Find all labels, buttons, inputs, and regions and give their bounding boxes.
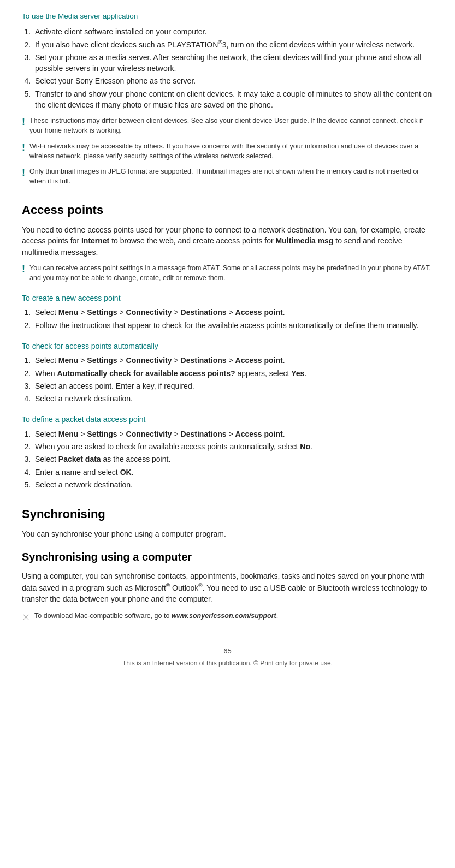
define-packet-steps: Select Menu > Settings > Connectivity > … bbox=[33, 429, 433, 490]
sync-computer-text: Using a computer, you can synchronise co… bbox=[22, 570, 433, 604]
access-points-heading: Access points bbox=[22, 201, 433, 219]
list-item: Select Menu > Settings > Connectivity > … bbox=[33, 355, 433, 366]
page-footer: 65 This is an Internet version of this p… bbox=[22, 646, 433, 668]
footer-text: This is an Internet version of this publ… bbox=[22, 659, 433, 668]
list-item: When you are asked to check for availabl… bbox=[33, 441, 433, 452]
access-points-intro: You need to define access points used fo… bbox=[22, 224, 433, 258]
sync-computer-heading: Synchronising using a computer bbox=[22, 549, 433, 565]
create-new-heading: To create a new access point bbox=[22, 293, 433, 304]
create-new-steps: Select Menu > Settings > Connectivity > … bbox=[33, 307, 433, 331]
check-auto-steps: Select Menu > Settings > Connectivity > … bbox=[33, 355, 433, 404]
media-server-heading: To use the Media server application bbox=[22, 11, 433, 22]
sync-tip-block: ✳ To download Mac-compatible software, g… bbox=[22, 611, 433, 625]
list-item: When Automatically check for available a… bbox=[33, 368, 433, 379]
tip-icon: ✳ bbox=[22, 610, 30, 625]
media-server-steps: Activate client software installed on yo… bbox=[33, 26, 433, 111]
synchronising-section: Synchronising You can synchronise your p… bbox=[22, 506, 433, 625]
list-item: Enter a name and select OK. bbox=[33, 467, 433, 478]
list-item: Select a network destination. bbox=[33, 479, 433, 490]
define-packet-heading: To define a packet data access point bbox=[22, 414, 433, 425]
note-block-2: ! Wi-Fi networks may be accessible by ot… bbox=[22, 141, 433, 161]
note-icon-3: ! bbox=[22, 167, 25, 179]
note-text-3: Only thumbnail images in JPEG format are… bbox=[29, 167, 433, 186]
list-item: Select an access point. Enter a key, if … bbox=[33, 381, 433, 391]
access-points-section: Access points You need to define access … bbox=[22, 201, 433, 490]
list-item: Activate client software installed on yo… bbox=[33, 26, 433, 37]
note-icon-1: ! bbox=[22, 116, 25, 128]
page-number: 65 bbox=[22, 646, 433, 657]
list-item: Set your phone as a media server. After … bbox=[33, 52, 433, 74]
access-points-note: ! You can receive access point settings … bbox=[22, 263, 433, 283]
list-item: Select your Sony Ericsson phone as the s… bbox=[33, 75, 433, 86]
note-icon-2: ! bbox=[22, 141, 25, 154]
list-item: Select a network destination. bbox=[33, 393, 433, 404]
list-item: Transfer to and show your phone content … bbox=[33, 88, 433, 111]
media-server-section: To use the Media server application Acti… bbox=[22, 11, 433, 186]
list-item: If you also have client devices such as … bbox=[33, 39, 433, 50]
check-auto-heading: To check for access points automatically bbox=[22, 341, 433, 352]
note-icon-4: ! bbox=[22, 263, 25, 276]
list-item: Select Menu > Settings > Connectivity > … bbox=[33, 429, 433, 439]
list-item: Select Menu > Settings > Connectivity > … bbox=[33, 307, 433, 318]
note-text-1: These instructions may differ between cl… bbox=[29, 116, 433, 135]
synchronising-intro: You can synchronise your phone using a c… bbox=[22, 528, 433, 539]
note-block-3: ! Only thumbnail images in JPEG format a… bbox=[22, 167, 433, 186]
note-text-4: You can receive access point settings in… bbox=[29, 263, 433, 283]
list-item: Select Packet data as the access point. bbox=[33, 454, 433, 465]
note-block-1: ! These instructions may differ between … bbox=[22, 116, 433, 135]
tip-text: To download Mac-compatible software, go … bbox=[34, 611, 278, 621]
list-item: Follow the instructions that appear to c… bbox=[33, 320, 433, 331]
note-text-2: Wi-Fi networks may be accessible by othe… bbox=[29, 141, 433, 161]
synchronising-heading: Synchronising bbox=[22, 506, 433, 523]
